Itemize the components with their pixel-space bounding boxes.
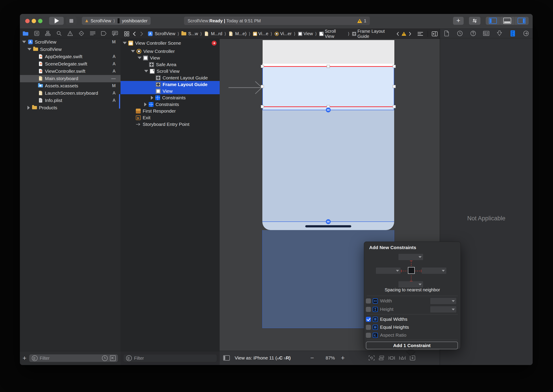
selection-handle[interactable] — [393, 105, 396, 108]
zoom-in-button[interactable]: + — [341, 354, 345, 362]
outline-row-frame-layout-guide[interactable]: Frame Layout Guide — [120, 81, 220, 88]
disclosure-closed-icon[interactable] — [28, 106, 30, 110]
disclosure-closed-icon[interactable] — [151, 96, 153, 100]
inspector-tab-help[interactable] — [468, 29, 478, 38]
file-row-assets-xcassets[interactable]: Assets.xcassetsM — [20, 82, 120, 89]
edge-drag-handle[interactable] — [326, 219, 331, 224]
scene-exit-arrow-icon[interactable] — [212, 41, 217, 46]
run-button[interactable] — [49, 17, 64, 25]
file-row-main-storyboard[interactable]: Main.storyboard— — [20, 75, 120, 82]
outline-row-view[interactable]: View — [120, 87, 220, 95]
navigator-scrollbar[interactable] — [119, 94, 120, 109]
outline-row-storyboard-entry-point[interactable]: Storyboard Entry Point — [120, 120, 220, 128]
width-value-field[interactable] — [430, 298, 456, 304]
navigator-tab-project-navigator[interactable] — [21, 29, 30, 38]
inspector-tab-connections[interactable] — [521, 29, 531, 38]
source-control-filter-icon[interactable] — [110, 355, 116, 361]
breadcrumb-vi-er[interactable]: Vi...er — [274, 31, 292, 36]
align-icon[interactable] — [399, 355, 406, 361]
forward-icon[interactable] — [140, 31, 144, 36]
disclosure-open-icon[interactable] — [123, 42, 127, 44]
toggle-navigator-button[interactable] — [486, 17, 500, 25]
inspector-tab-size[interactable] — [508, 29, 518, 38]
constraint-beams-icon[interactable] — [399, 259, 426, 286]
minimize-window-button[interactable] — [32, 19, 36, 23]
outline-row-constraints[interactable]: Constraints — [120, 101, 220, 108]
aspect-ratio-checkbox[interactable] — [366, 333, 371, 338]
height-value-field[interactable] — [430, 306, 456, 313]
navigator-tab-search[interactable] — [55, 29, 63, 38]
navigator-tab-source-control[interactable] — [32, 29, 41, 38]
disclosure-open-icon[interactable] — [131, 50, 135, 52]
file-row-info-plist[interactable]: Info.plistA — [20, 97, 120, 104]
selection-handle[interactable] — [261, 105, 264, 108]
outline-filter-field[interactable]: Filter — [123, 354, 217, 362]
embed-icon[interactable] — [379, 355, 385, 361]
zoom-window-button[interactable] — [38, 19, 42, 23]
file-row-appdelegate-swift[interactable]: AppDelegate.swiftA — [20, 53, 120, 60]
equal-widths-checkbox[interactable] — [366, 317, 371, 322]
back-icon[interactable] — [133, 31, 136, 36]
selection-handle[interactable] — [393, 85, 396, 88]
related-items-icon[interactable] — [124, 31, 129, 36]
outline-row-view-controller-scene[interactable]: View Controller Scene — [120, 39, 220, 47]
breadcrumb-vi-e[interactable]: Vi...e — [253, 31, 268, 36]
issue-warning-icon[interactable] — [402, 32, 406, 36]
zoom-level[interactable]: 87% — [320, 355, 340, 361]
breadcrumb-m-e-[interactable]: M...e) — [228, 31, 246, 36]
selection-handle[interactable] — [393, 65, 396, 68]
adjust-editor-icon[interactable] — [417, 32, 423, 36]
file-row-scrollview[interactable]: ScrollViewM — [20, 38, 120, 46]
zoom-out-button[interactable]: − — [310, 354, 314, 362]
selected-view-region[interactable] — [262, 66, 394, 110]
outline-row-constraints[interactable]: Constraints — [120, 94, 220, 101]
file-row-scenedelegate-swift[interactable]: SceneDelegate.swiftA — [20, 60, 120, 68]
add-editor-icon[interactable] — [432, 31, 438, 36]
breadcrumb-frame-layout-guide[interactable]: Frame Layout Guide — [352, 29, 396, 39]
file-row-launchscreen-storyboard[interactable]: LaunchScreen.storyboardA — [20, 89, 120, 97]
outline-row-content-layout-guide[interactable]: Content Layout Guide — [120, 74, 220, 81]
toggle-debug-area-button[interactable] — [500, 17, 515, 25]
disclosure-open-icon[interactable] — [28, 48, 31, 50]
outline-row-exit[interactable]: Exit — [120, 114, 220, 121]
navigator-tab-symbols[interactable] — [43, 29, 52, 38]
outline-row-scroll-view[interactable]: Scroll View — [120, 68, 220, 75]
update-frames-icon[interactable] — [369, 355, 375, 361]
view-as-control[interactable]: View as: iPhone 11 (wC hR) — [235, 355, 291, 361]
breadcrumb-s-w[interactable]: S...w — [181, 31, 198, 36]
navigator-tab-reports[interactable] — [111, 29, 119, 38]
navigator-filter-field[interactable]: Filter — [29, 354, 118, 362]
inspector-tab-attributes[interactable] — [495, 29, 504, 38]
leading-spacing-field[interactable] — [376, 267, 401, 274]
add-constraint-button[interactable]: Add 1 Constraint — [366, 342, 458, 349]
previous-issue-icon[interactable] — [396, 31, 399, 36]
outline-row-view[interactable]: View — [120, 54, 220, 62]
editor-mode-button[interactable] — [469, 17, 480, 25]
selection-handle[interactable] — [327, 65, 330, 68]
file-row-viewcontroller-swift[interactable]: ViewController.swiftA — [20, 68, 120, 75]
recent-files-icon[interactable] — [102, 355, 108, 361]
scheme-selector[interactable]: ScrollView ⟩ yoshiboarder — [82, 17, 151, 25]
navigator-tab-tests[interactable] — [77, 29, 86, 38]
disclosure-open-icon[interactable] — [138, 57, 141, 59]
toggle-outline-button[interactable] — [223, 355, 230, 361]
add-constraints-icon[interactable] — [388, 355, 395, 361]
resolve-issues-icon[interactable] — [410, 355, 415, 361]
scroll-view-region[interactable] — [262, 110, 394, 222]
breadcrumb-scroll-view[interactable]: Scroll View — [319, 29, 345, 39]
inspector-tab-identity[interactable] — [481, 29, 491, 38]
navigator-tab-breakpoints[interactable] — [99, 29, 108, 38]
equal-heights-checkbox[interactable] — [366, 325, 371, 330]
next-issue-icon[interactable] — [409, 31, 412, 36]
disclosure-open-icon[interactable] — [144, 70, 148, 72]
height-checkbox[interactable] — [366, 307, 371, 312]
warning-badge[interactable]: 1 — [357, 18, 366, 23]
breadcrumb-scrollview[interactable]: ScrollView — [148, 31, 175, 36]
width-checkbox[interactable] — [366, 298, 371, 303]
navigator-tab-debug[interactable] — [88, 29, 97, 38]
library-button[interactable]: + — [453, 17, 464, 25]
edge-drag-handle[interactable] — [326, 107, 331, 112]
breadcrumb-m-rd[interactable]: M...rd — [204, 31, 222, 36]
disclosure-open-icon[interactable] — [22, 41, 26, 43]
breadcrumb-view[interactable]: View — [298, 31, 313, 36]
